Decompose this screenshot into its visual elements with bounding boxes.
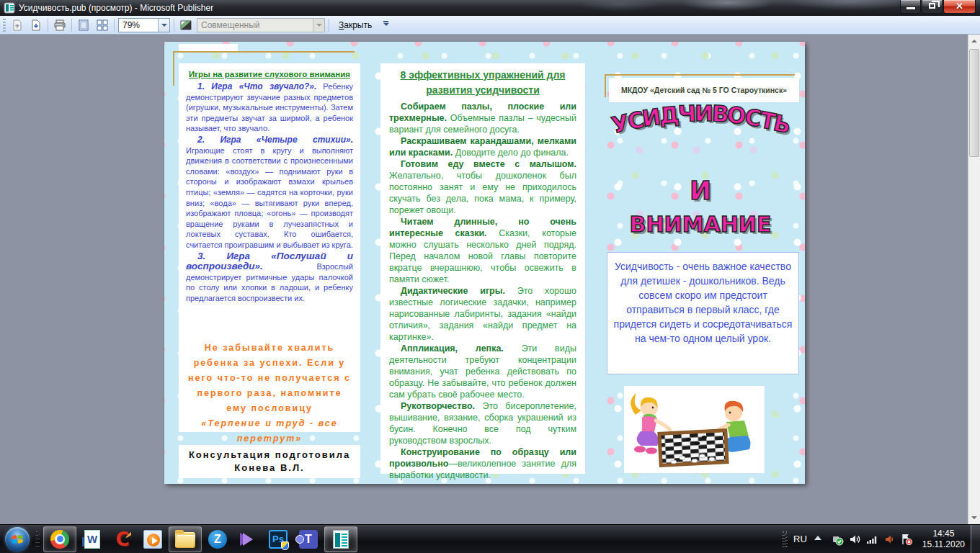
vertical-scrollbar[interactable] [968,35,980,524]
toolbar-separator [48,19,48,32]
game-paragraph-3: 3. Игра «Послушай и воспроизведи». Взрос… [186,251,353,304]
single-page-view-icon [77,19,90,32]
tip-paragraph-6: Аппликация, лепка. Эти виды деятельности… [389,343,576,400]
publication-page: Игры на развитие слухового внимания 1. И… [164,42,805,484]
show-hidden-icons-arrow[interactable] [814,532,821,540]
photoshop-icon: Ps [269,530,288,549]
window-titlebar: Усидчивость.pub (просмотр) - Microsoft P… [0,0,980,16]
page-up-button[interactable] [8,17,27,33]
taskbar-ccleaner-button[interactable]: C [108,526,137,552]
action-center-flag-icon[interactable] [900,533,913,546]
wordart-line-1: УСИДЧИВОСТЬ [595,111,806,137]
preview-mode-combobox: Совмещенный [197,18,325,32]
teams-icon: T [299,530,318,549]
print-icon [53,19,66,32]
media-player-icon [143,530,162,549]
taskbar-explorer-button[interactable] [169,526,202,552]
publisher-workspace: Игры на развитие слухового внимания 1. И… [0,35,980,524]
toolbar-separator [174,19,174,32]
taskbar-grip[interactable] [35,530,40,549]
toolbar-options-chevron[interactable] [380,17,391,33]
language-indicator[interactable]: RU [793,534,807,544]
word-icon: W [84,530,100,549]
audio-device-icon[interactable] [883,533,896,546]
tray-grip[interactable] [782,531,788,548]
wordart-line-2: И [595,176,806,205]
tip-paragraph-7: Рукотворчество. Это бисероплетение, выши… [389,400,576,446]
kmplayer-icon [239,530,257,549]
close-icon: ✕ [944,1,975,12]
game-paragraph-2: 2. Игра «Четыре стихии». Играющие стоят … [186,135,353,251]
zoom-dropdown-arrow[interactable] [158,19,169,32]
zona-icon: Z [208,530,227,549]
toolbar-separator [71,19,72,32]
single-page-view-button[interactable] [74,17,93,33]
uac-shield-icon [281,541,289,550]
scroll-up-arrow[interactable] [968,35,980,47]
left-column-frame: Игры на развитие слухового внимания 1. И… [179,63,360,432]
game-paragraph-1: 1. Игра «Что звучало?». Ребенку демонстр… [186,81,353,134]
credit-frame: Консультация подготовила Конева В.Л. [179,445,360,478]
restore-icon [929,3,935,9]
organization-frame: МКДОУ «Детский сад № 5 ГО Староуткинск» [609,78,799,102]
color-grayscale-button[interactable] [177,17,195,33]
intro-frame: Усидчивость - очень важное качество для … [607,252,799,374]
multi-page-view-icon [96,19,109,32]
tray-clock[interactable]: 14:45 15.11.2020 [922,529,965,550]
tip-paragraph-3: Готовим еду вместе с малышом. Желательно… [389,158,576,216]
taskbar-word-button[interactable]: W [78,526,107,552]
taskbar-photoshop-button[interactable]: Ps [264,526,293,552]
tray-date: 15.11.2020 [922,539,965,550]
explorer-folder-icon [175,532,195,548]
system-tray: RU 14:45 15.11.2020 [782,525,980,553]
left-column-heading: Игры на развитие слухового внимания [186,70,353,78]
chrome-icon [50,530,69,549]
close-preview-button[interactable]: Закрыть [331,17,379,33]
intro-text: Усидчивость - очень важное качество для … [614,261,793,344]
tray-time: 14:45 [922,529,965,539]
page-down-icon [30,19,43,32]
scrollbar-thumb[interactable] [969,49,979,157]
taskbar-teams-button[interactable]: T [294,526,323,552]
show-desktop-button[interactable] [971,525,980,553]
publisher-icon [333,530,349,549]
windows-logo-icon [11,533,24,546]
volume-icon[interactable] [848,533,861,546]
preview-mode-value: Совмещенный [197,20,313,30]
restore-button[interactable] [922,0,943,14]
toolbar-grip[interactable] [3,19,6,32]
print-button[interactable] [50,17,69,33]
tip-paragraph-4: Читаем длинные, но очень интересные сказ… [389,216,576,285]
taskbar: W C Z Ps T RU [0,524,980,553]
multi-page-view-button[interactable] [93,17,112,33]
window-title: Усидчивость.pub (просмотр) - Microsoft P… [19,3,213,13]
start-button[interactable] [5,527,30,552]
empty-text-frame [179,44,238,53]
preview-toolbar: 79% Совмещенный Закрыть [0,16,980,35]
color-grayscale-icon [179,19,192,32]
middle-column-heading: 8 эффективных упражнений для развития ус… [389,68,576,98]
credit-text: Консультация подготовила Конева В.Л. [183,449,356,475]
toolbar-separator [114,19,115,32]
taskbar-publisher-button[interactable] [324,526,357,552]
minimize-icon [906,7,915,9]
zoom-combobox[interactable]: 79% [118,18,170,32]
publisher-app-icon [4,2,15,14]
toolbar-separator [329,19,329,32]
preview-mode-dropdown-arrow [313,19,324,32]
taskbar-media-player-button[interactable] [138,526,167,552]
minimize-button[interactable] [900,0,921,14]
zoom-value: 79% [119,20,158,30]
tip-paragraph-5: Дидактические игры. Это хорошо известные… [389,285,576,343]
taskbar-kmplayer-button[interactable] [233,526,262,552]
page-up-icon [11,19,24,32]
taskbar-zona-button[interactable]: Z [203,526,232,552]
taskbar-chrome-button[interactable] [43,526,76,552]
tip-paragraph-8: Конструирование по образцу или произволь… [389,446,576,481]
usb-device-icon[interactable] [831,533,844,546]
checkers-illustration-frame [624,386,765,473]
close-window-button[interactable]: ✕ [943,0,976,14]
page-down-button[interactable] [27,17,45,33]
network-signal-icon[interactable] [865,533,878,546]
scroll-down-arrow[interactable] [968,512,980,524]
